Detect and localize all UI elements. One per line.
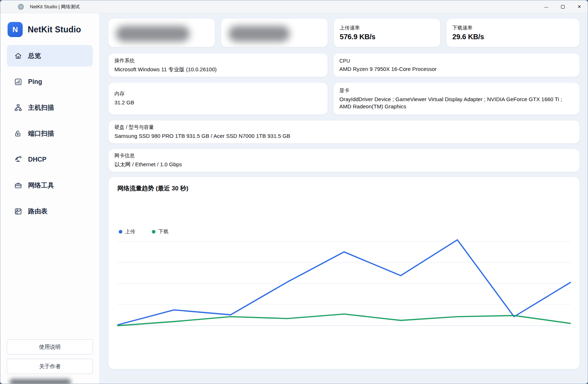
memory-value: 31.2 GB	[114, 99, 322, 106]
nic-label: 网卡信息	[114, 153, 574, 159]
memory-label: 内存	[114, 91, 322, 97]
app-logo: N	[8, 22, 23, 37]
memory-gpu-row: 内存 31.2 GB 显卡 OrayIddDriver Device ; Gam…	[108, 82, 580, 115]
sidebar-nav: 总览 Ping 主机扫描	[7, 45, 93, 222]
upload-legend-label: 上传	[125, 229, 135, 235]
chart-series-lines	[117, 240, 571, 326]
open-lock-icon	[14, 130, 22, 138]
cpu-value: AMD Ryzen 9 7950X 16-Core Processor	[339, 65, 574, 73]
download-legend-label: 下载	[158, 229, 168, 235]
sidebar: N NetKit Studio 总览 Ping	[0, 13, 100, 384]
redacted-blob	[116, 26, 190, 42]
app-window: NetKit Studio | 网络测试 — ✕ N NetKit Studio…	[0, 0, 588, 384]
sidebar-item-network-tools[interactable]: 网络工具	[7, 175, 93, 196]
minimize-icon: —	[544, 5, 548, 9]
download-speed-label: 下载速率	[452, 25, 574, 31]
map-icon	[14, 207, 22, 216]
download-speed-card: 下载速率 29.6 KB/s	[446, 18, 580, 47]
redacted-blob	[229, 26, 290, 42]
traffic-chart-card: 网络流量趋势 (最近 30 秒) 上传 下载	[108, 177, 580, 369]
sidebar-item-label: 总览	[28, 51, 41, 60]
nic-card: 网卡信息 以太网 / Ethernet / 1.0 Gbps	[108, 149, 580, 172]
nic-value: 以太网 / Ethernet / 1.0 Gbps	[114, 161, 574, 168]
os-label: 操作系统	[114, 58, 322, 64]
cpu-label: CPU	[339, 58, 574, 64]
redacted-card-2	[221, 18, 328, 47]
usage-guide-button[interactable]: 使用说明	[7, 339, 93, 354]
download-speed-value: 29.6 KB/s	[452, 33, 574, 41]
disk-label: 硬盘 / 型号与容量	[114, 124, 574, 131]
upload-speed-value: 576.9 KB/s	[340, 33, 434, 41]
os-value: Microsoft Windows 11 专业版 (10.0.26100)	[114, 66, 322, 73]
upload-legend-dot-icon	[119, 230, 122, 234]
cpu-card: CPU AMD Ryzen 9 7950X 16-Core Processor	[333, 53, 580, 77]
window-title: NetKit Studio | 网络测试	[30, 4, 80, 10]
close-icon: ✕	[578, 4, 582, 9]
gpu-card: 显卡 OrayIddDriver Device ; GameViewer Vir…	[333, 82, 580, 115]
sidebar-item-label: DHCP	[28, 156, 46, 163]
about-author-button[interactable]: 关于作者	[7, 359, 93, 374]
gpu-value: OrayIddDriver Device ; GameViewer Virtua…	[339, 96, 574, 110]
sidebar-item-route-table[interactable]: 路由表	[7, 200, 93, 222]
close-button[interactable]: ✕	[571, 0, 588, 13]
titlebar: NetKit Studio | 网络测试 — ✕	[0, 0, 588, 13]
globe-icon	[17, 3, 25, 11]
legend-item-upload[interactable]: 上传	[119, 229, 135, 235]
sidebar-item-dhcp[interactable]: DHCP	[7, 149, 93, 170]
sidebar-item-ping[interactable]: Ping	[7, 71, 93, 92]
redacted-version-text	[10, 379, 71, 384]
chart-legend: 上传 下载	[119, 229, 571, 235]
sidebar-item-label: 端口扫描	[28, 129, 54, 138]
sidebar-item-label: 路由表	[28, 207, 48, 216]
redacted-card-1	[108, 18, 215, 47]
sidebar-item-label: 网络工具	[28, 181, 54, 190]
legend-item-download[interactable]: 下载	[152, 229, 168, 235]
download-legend-dot-icon	[152, 230, 155, 234]
sidebar-footer: 使用说明 关于作者	[7, 335, 93, 384]
app-name: NetKit Studio	[28, 25, 81, 35]
sidebar-item-overview[interactable]: 总览	[7, 45, 93, 67]
stats-row: 上传速率 576.9 KB/s 下载速率 29.6 KB/s	[108, 18, 580, 47]
network-nodes-icon	[14, 104, 22, 112]
disk-card: 硬盘 / 型号与容量 Samsung SSD 980 PRO 1TB 931.5…	[108, 120, 580, 144]
maximize-button[interactable]	[555, 0, 571, 13]
os-cpu-row: 操作系统 Microsoft Windows 11 专业版 (10.0.2610…	[108, 53, 580, 77]
main-content: 上传速率 576.9 KB/s 下载速率 29.6 KB/s 操作系统 Micr…	[100, 13, 588, 384]
os-card: 操作系统 Microsoft Windows 11 专业版 (10.0.2610…	[108, 53, 328, 77]
home-icon	[14, 52, 22, 60]
usage-guide-label: 使用说明	[39, 344, 61, 351]
about-author-label: 关于作者	[39, 363, 61, 370]
upload-speed-label: 上传速率	[340, 25, 434, 31]
traffic-line-chart	[117, 236, 571, 329]
satellite-dish-icon	[14, 155, 22, 164]
briefcase-icon	[14, 181, 22, 190]
sidebar-item-label: 主机扫描	[28, 103, 54, 112]
sidebar-item-label: Ping	[28, 78, 42, 86]
gpu-label: 显卡	[339, 87, 574, 94]
upload-speed-card: 上传速率 576.9 KB/s	[334, 18, 440, 47]
disk-value: Samsung SSD 980 PRO 1TB 931.5 GB / Acer …	[114, 132, 574, 140]
brand: N NetKit Studio	[8, 22, 92, 37]
sidebar-item-host-scan[interactable]: 主机扫描	[7, 97, 93, 118]
app-body: N NetKit Studio 总览 Ping	[0, 13, 588, 384]
chart-title: 网络流量趋势 (最近 30 秒)	[117, 184, 571, 193]
memory-card: 内存 31.2 GB	[108, 82, 328, 115]
sidebar-item-port-scan[interactable]: 端口扫描	[7, 123, 93, 144]
chart-gridlines	[117, 241, 571, 326]
bar-chart-icon	[14, 78, 22, 86]
maximize-icon	[561, 5, 565, 9]
minimize-button[interactable]: —	[538, 0, 555, 13]
